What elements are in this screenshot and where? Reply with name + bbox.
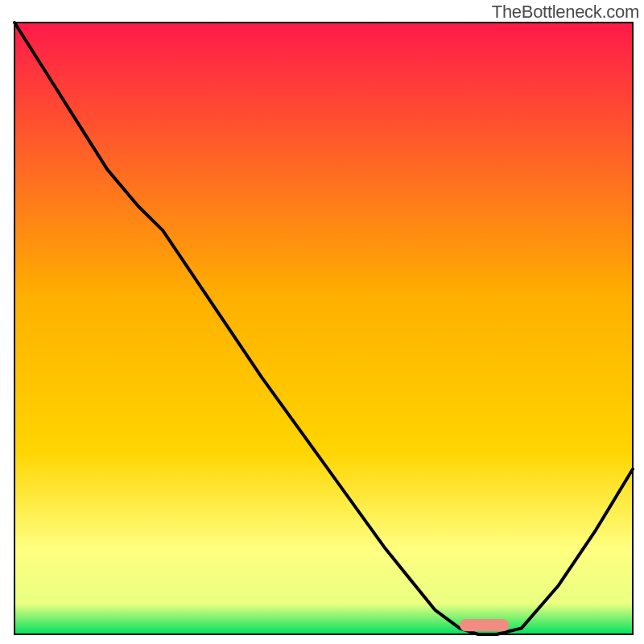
gradient-background — [14, 23, 633, 634]
chart-container: TheBottleneck.com — [0, 0, 644, 644]
bottleneck-chart — [0, 0, 644, 644]
optimal-marker — [460, 619, 509, 631]
